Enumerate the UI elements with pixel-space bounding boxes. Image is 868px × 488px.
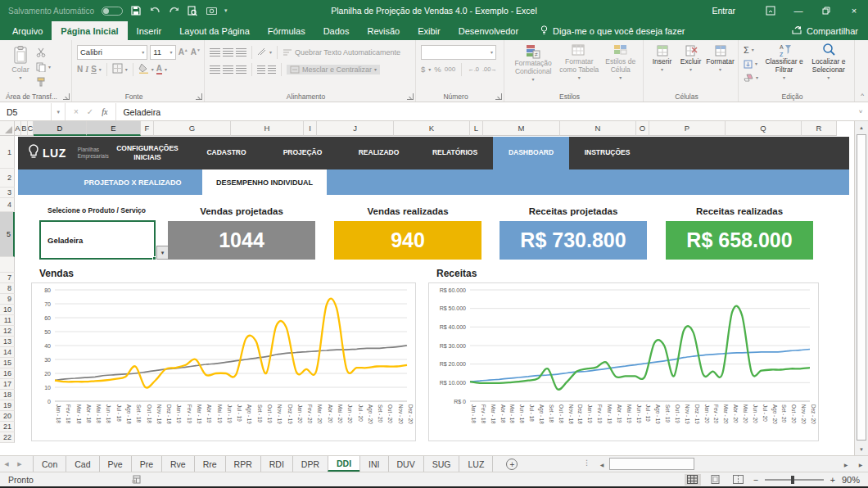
undo-icon[interactable]	[149, 5, 160, 16]
scroll-down-icon[interactable]: ▼	[855, 443, 868, 455]
sort-filter-button[interactable]: AZ Classificar e Filtrar ▾	[762, 43, 806, 90]
row-header-12[interactable]: 12	[0, 326, 15, 337]
decrease-decimal-icon[interactable]: .00→	[482, 66, 497, 73]
delete-cells-button[interactable]: Excluir ▾	[677, 44, 704, 90]
zoom-out-button[interactable]: −	[753, 475, 758, 485]
customize-qat-icon[interactable]: ▾	[224, 7, 228, 14]
align-right-icon[interactable]	[236, 66, 246, 74]
sheet-tab-ddi[interactable]: DDI	[328, 456, 359, 472]
row-header-10[interactable]: 10	[0, 305, 15, 315]
kpi-value-receitas-realizadas[interactable]: R$ 658.000	[666, 221, 813, 260]
column-header-G[interactable]: G	[154, 121, 231, 136]
kpi-value-vendas-projetadas[interactable]: 1044	[168, 221, 315, 260]
column-header-C[interactable]: C	[28, 121, 34, 136]
confirm-entry-icon[interactable]: ✓	[87, 107, 93, 116]
name-box-caret-icon[interactable]: ▾	[51, 103, 65, 120]
splitter-dots-icon[interactable]: ⋮	[583, 459, 590, 467]
format-painter-button[interactable]	[36, 76, 51, 88]
font-color-button[interactable]: A	[156, 64, 162, 75]
column-header-B[interactable]: B	[21, 121, 28, 136]
ribbon-tab-arquivo[interactable]: Arquivo	[3, 21, 52, 40]
column-header-M[interactable]: M	[483, 121, 560, 136]
column-header-P[interactable]: P	[649, 121, 726, 136]
row-header-3[interactable]: 3	[0, 188, 15, 198]
nav-item-relato-rios[interactable]: RELATÓRIOS	[417, 137, 493, 169]
add-sheet-button[interactable]: +	[506, 459, 518, 470]
insert-cells-button[interactable]: Inserir ▾	[649, 44, 676, 90]
column-header-D[interactable]: D	[34, 121, 87, 136]
row-header-5[interactable]: 5	[0, 212, 15, 257]
sheet-tab-duv[interactable]: DUV	[388, 456, 423, 472]
row-header-14[interactable]: 14	[0, 347, 15, 358]
comma-style-button[interactable]: 000	[445, 66, 455, 73]
ribbon-tab-layout-da-pa-gina[interactable]: Layout da Página	[170, 21, 259, 40]
ribbon-tab-exibir[interactable]: Exibir	[409, 21, 450, 40]
row-header-4[interactable]: 4	[0, 198, 15, 212]
sheet-tab-rpr[interactable]: RPR	[225, 456, 260, 472]
ribbon-tab-fo-rmulas[interactable]: Fórmulas	[259, 21, 314, 40]
nav-item-realizado[interactable]: REALIZADO	[341, 137, 417, 169]
column-header-N[interactable]: N	[560, 121, 636, 136]
autosum-button[interactable]: Σ ▾	[744, 44, 762, 56]
cut-button[interactable]	[36, 47, 51, 58]
grow-font-button[interactable]: A▲	[179, 47, 188, 56]
insert-function-icon[interactable]: fx	[102, 107, 107, 116]
sheet-tab-rdi[interactable]: RDI	[260, 456, 292, 472]
close-button[interactable]: ×	[840, 0, 868, 21]
vertical-scrollbar[interactable]: ▲ ▼	[854, 121, 868, 455]
scroll-up-icon[interactable]: ▲	[855, 121, 868, 133]
ribbon-display-options-icon[interactable]	[757, 0, 784, 21]
fill-button[interactable]: ▾	[744, 58, 762, 70]
subtab-desempenho-individual[interactable]: DESEMPENHO INDIVIDUAL	[202, 169, 327, 195]
column-header-O[interactable]: O	[636, 121, 649, 136]
cancel-entry-icon[interactable]: ×	[74, 107, 79, 116]
autosave-toggle[interactable]	[102, 7, 123, 16]
minimize-button[interactable]: —	[784, 0, 812, 21]
align-left-icon[interactable]	[210, 66, 220, 74]
column-header-Q[interactable]: Q	[726, 121, 802, 136]
bold-button[interactable]: N	[77, 65, 83, 74]
shrink-font-button[interactable]: A▼	[191, 47, 201, 56]
chart-vendas[interactable]: 01020304050607080Jan - 18Fev - 18Mar - 1…	[31, 282, 416, 441]
sheet-tab-con[interactable]: Con	[33, 456, 66, 472]
column-header-H[interactable]: H	[231, 121, 304, 136]
underline-button[interactable]: S	[91, 65, 97, 74]
ribbon-tab-pa-gina-inicial[interactable]: Página Inicial	[52, 21, 127, 40]
row-header-19[interactable]: 19	[0, 400, 15, 411]
sheet-tab-cad[interactable]: Cad	[66, 456, 98, 472]
percent-style-button[interactable]: %	[434, 65, 441, 74]
sign-in-button[interactable]: Entrar	[712, 6, 735, 16]
nav-item-dashboard[interactable]: DASHBOARD	[493, 137, 569, 169]
product-selector-dropdown-button[interactable]: ▾	[156, 246, 169, 260]
nav-item-instruc-o-es[interactable]: INSTRUÇÕES	[569, 137, 645, 169]
increase-indent-icon[interactable]	[268, 66, 276, 74]
conditional-formatting-button[interactable]: ≠ Formatação Condicional ▾	[509, 44, 557, 90]
fill-color-button[interactable]	[138, 62, 149, 77]
nav-item-projec-a-o[interactable]: PROJEÇÃO	[264, 137, 341, 169]
horizontal-scroll-thumb[interactable]	[609, 458, 694, 470]
cell-styles-button[interactable]: Estilos de Célula ▾	[601, 44, 640, 90]
accounting-format-button[interactable]: $	[421, 65, 425, 74]
camera-icon[interactable]	[206, 5, 217, 16]
sheet-tab-luz[interactable]: LUZ	[459, 456, 493, 472]
align-bottom-icon[interactable]	[236, 48, 246, 56]
row-header-18[interactable]: 18	[0, 390, 15, 400]
row-header-9[interactable]: 9	[0, 294, 15, 305]
ribbon-tab-dados[interactable]: Dados	[314, 21, 359, 40]
zoom-slider-thumb[interactable]	[791, 476, 794, 484]
borders-button[interactable]	[112, 62, 123, 77]
column-header-L[interactable]: L	[470, 121, 483, 136]
dialog-launcher-icon[interactable]	[407, 93, 414, 100]
kpi-value-receitas-projetadas[interactable]: R$ 730.800	[500, 221, 647, 260]
row-header-11[interactable]: 11	[0, 315, 15, 326]
hscroll-right-icon[interactable]: ▶	[840, 458, 852, 471]
row-header-21[interactable]: 21	[0, 422, 15, 432]
decrease-indent-icon[interactable]	[257, 66, 265, 74]
restore-button[interactable]	[812, 0, 840, 21]
font-size-select[interactable]: 11 ▾	[150, 45, 175, 60]
column-header-I[interactable]: I	[304, 121, 317, 136]
font-name-select[interactable]: Calibri ▾	[77, 45, 147, 60]
select-all-corner[interactable]	[0, 121, 15, 136]
sheet-tab-rve[interactable]: Rve	[161, 456, 194, 472]
row-header-15[interactable]: 15	[0, 358, 15, 368]
